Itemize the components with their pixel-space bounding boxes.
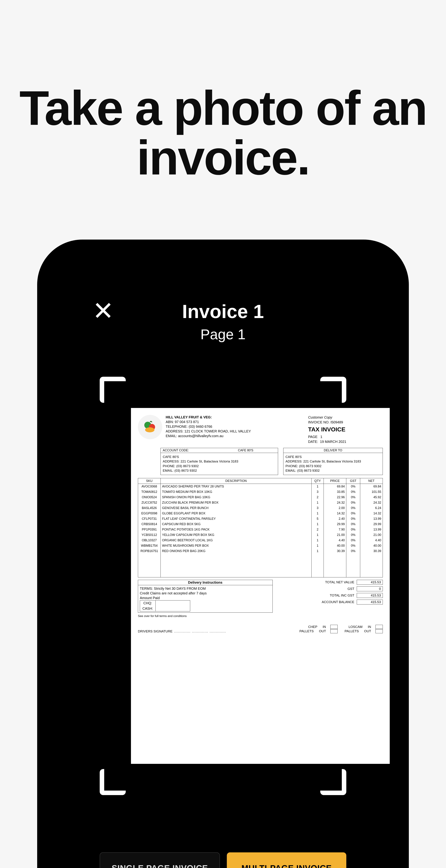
- cell-net: 40.00: [360, 543, 383, 549]
- account-code: CAFE 80'S: [213, 448, 278, 452]
- cell-sku: ZUCC8752: [138, 500, 161, 505]
- cell-gst: 0%: [346, 516, 360, 522]
- invoice-document: HILL VALLEY FRUIT & VEG: ABN: 97 004 573…: [131, 408, 390, 764]
- cell-price: 22.96: [324, 495, 346, 500]
- cell-gst: 0%: [346, 527, 360, 532]
- vendor-logo: [138, 415, 162, 439]
- cell-sku: AVOC0068: [138, 484, 161, 489]
- cell-price: 24.32: [324, 500, 346, 505]
- cell-price: 33.85: [324, 489, 346, 495]
- close-button[interactable]: [94, 302, 112, 319]
- col-price: PRICE: [324, 478, 346, 484]
- cell-qty: 1: [311, 511, 324, 516]
- cell-price: 21.00: [324, 532, 346, 538]
- loscam-label: LOSCAM: [349, 625, 362, 629]
- col-gst: GST: [346, 478, 360, 484]
- cell-qty: 1: [311, 543, 324, 549]
- table-row: PP1P0391PONTIAC POTATOES 1KG PACK27.900%…: [138, 527, 383, 532]
- cell-gst: 0%: [346, 505, 360, 511]
- account-name: CAFE 80'S: [163, 455, 276, 459]
- cell-sku: YCBS0112: [138, 532, 161, 538]
- balance-label: ACCOUNT BALANCE: [322, 600, 354, 604]
- cell-gst: 0%: [346, 511, 360, 516]
- cell-sku: PP1P0391: [138, 527, 161, 532]
- cell-net: 6.24: [360, 505, 383, 511]
- deliver-panel: DELIVER TO CAFE 80'S ADDRESS: 221 Carlis…: [283, 448, 383, 475]
- account-email: EMAIL: (03) 8673 9302: [163, 468, 276, 473]
- cell-gst: 0%: [346, 484, 360, 489]
- col-qty: QTY: [311, 478, 324, 484]
- delivery-box: Delivery Instructions TERMS: Strictly Ne…: [138, 580, 273, 613]
- cell-price: 29.99: [324, 522, 346, 527]
- table-row: ZUCC8752ZUCCHINI BLACK PREMIUM PER BOX12…: [138, 500, 383, 505]
- delivery-line1: TERMS: Strictly Net 30 DAYS FROM EOM: [140, 586, 271, 591]
- signature-line: ............. ............. ............…: [174, 629, 226, 633]
- cell-qty: 2: [311, 495, 324, 500]
- col-desc: DESCRIPTION: [161, 478, 311, 484]
- screen-title: Invoice 1: [37, 300, 409, 322]
- table-row: TOMA0812TOMATO MEDIUM PER BOX 10KG333.85…: [138, 489, 383, 495]
- totals-block: TOTAL NET VALUE415.53 GST0 TOTAL INC GST…: [278, 580, 383, 618]
- deliver-address: ADDRESS: 221 Carlisle St, Balaclava Vict…: [286, 459, 381, 464]
- cell-desc: GENOVESE BASIL PER BUNCH: [161, 505, 311, 511]
- cell-gst: 0%: [346, 495, 360, 500]
- cell-desc: SPANISH ONION PER BAG 10KG: [161, 495, 311, 500]
- table-row: YCBS0112YELLOW CAPSCIUM PER BOX 5KG121.0…: [138, 532, 383, 538]
- cell-sku: CFLP0731: [138, 516, 161, 522]
- single-page-button[interactable]: SINGLE PAGE INVOICE: [100, 852, 220, 868]
- in-label-2: IN: [368, 625, 371, 629]
- cell-qty: 3: [311, 489, 324, 495]
- cell-gst: 0%: [346, 532, 360, 538]
- cell-net: 30.39: [360, 549, 383, 578]
- vendor-block: HILL VALLEY FRUIT & VEG: ABN: 97 004 573…: [166, 415, 305, 444]
- cell-desc: AVOCADO SHEPARD PER TRAY 28 UNITS: [161, 484, 311, 489]
- cell-net: 29.99: [360, 522, 383, 527]
- pallets-label-2: PALLETS: [345, 629, 359, 633]
- cell-sku: OBL10327: [138, 538, 161, 543]
- cell-price: 2.40: [324, 516, 346, 522]
- deliver-email: EMAIL: (03) 8673 9302: [286, 468, 381, 473]
- multi-page-button[interactable]: MULTI-PAGE INVOICE: [227, 852, 346, 868]
- table-row: BASL4526GENOVESE BASIL PER BUNCH32.000%6…: [138, 505, 383, 511]
- cell-net: 45.92: [360, 495, 383, 500]
- cell-desc: CAPSICUM RED BOX 5KG: [161, 522, 311, 527]
- tax-invoice-label: TAX INVOICE: [308, 425, 383, 434]
- screen-subtitle: Page 1: [37, 326, 409, 342]
- cell-price: 2.00: [324, 505, 346, 511]
- cell-sku: CRBS0814: [138, 522, 161, 527]
- page-label: PAGE: [308, 435, 318, 439]
- cell-qty: 3: [311, 505, 324, 511]
- account-address: ADDRESS: 221 Carlisle St, Balaclava Vict…: [163, 459, 276, 464]
- invoice-no-label: INVOICE NO.: [308, 420, 329, 424]
- total-inc-value: 415.53: [357, 593, 383, 598]
- cell-price: 40.00: [324, 543, 346, 549]
- table-row: AVOC0068AVOCADO SHEPARD PER TRAY 28 UNIT…: [138, 484, 383, 489]
- pallets-label-1: PALLETS: [299, 629, 314, 633]
- cell-sku: BASL4526: [138, 505, 161, 511]
- total-inc-label: TOTAL INC GST: [330, 593, 354, 597]
- cell-gst: 0%: [346, 538, 360, 543]
- customer-copy: Customer Copy: [308, 415, 383, 420]
- in-label: IN: [323, 625, 326, 629]
- total-gst-value: 0: [357, 586, 383, 591]
- cell-net: 13.99: [360, 527, 383, 532]
- cell-qty: 1: [311, 522, 324, 527]
- cell-desc: RED ONIONS PER BAG 20KG: [161, 549, 311, 578]
- items-table: SKU DESCRIPTION QTY PRICE GST NET AVOC00…: [138, 478, 383, 578]
- cell-gst: 0%: [346, 500, 360, 505]
- cell-desc: YELLOW CAPSCIUM PER BOX 5KG: [161, 532, 311, 538]
- cell-price: 69.84: [324, 484, 346, 489]
- close-icon: [94, 302, 112, 320]
- deliver-name: CAFE 80'S: [286, 455, 381, 459]
- delivery-line3: Amount Paid: [140, 596, 271, 600]
- table-row: OBL10327ORGANIC BEETROOT LOCAL 1KG14.400…: [138, 538, 383, 543]
- cell-net: 4.40: [360, 538, 383, 543]
- cell-gst: 0%: [346, 549, 360, 578]
- cell-net: 13.99: [360, 516, 383, 522]
- cell-desc: GLOBE EGGPLANT PER BOX: [161, 511, 311, 516]
- cell-price: 14.32: [324, 511, 346, 516]
- deliver-phone: PHONE: (03) 8673 9302: [286, 464, 381, 469]
- table-row: ONIO0524SPANISH ONION PER BAG 10KG222.96…: [138, 495, 383, 500]
- cell-price: 4.40: [324, 538, 346, 543]
- date-label: DATE:: [308, 440, 318, 443]
